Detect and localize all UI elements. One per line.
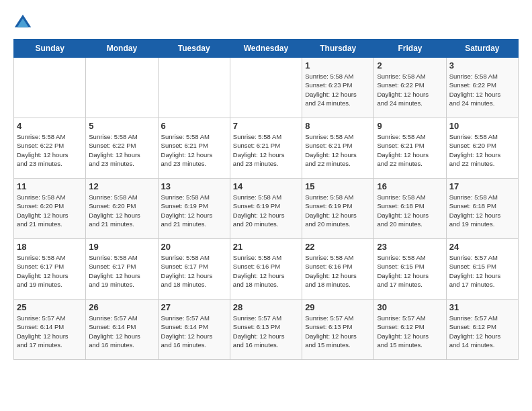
day-number: 10 [449, 121, 515, 131]
day-info: Sunrise: 5:58 AMSunset: 6:20 PMDaylight:… [449, 132, 515, 168]
calendar-cell: 2Sunrise: 5:58 AMSunset: 6:22 PMDaylight… [374, 58, 446, 118]
day-number: 2 [377, 60, 443, 71]
day-number: 31 [449, 302, 515, 312]
day-info: Sunrise: 5:58 AMSunset: 6:20 PMDaylight:… [17, 193, 83, 228]
day-number: 11 [17, 181, 83, 191]
day-info: Sunrise: 5:58 AMSunset: 6:19 PMDaylight:… [161, 193, 227, 228]
day-info: Sunrise: 5:58 AMSunset: 6:16 PMDaylight:… [305, 253, 371, 289]
weekday-header-row: SundayMondayTuesdayWednesdayThursdayFrid… [14, 40, 519, 58]
weekday-header-monday: Monday [86, 40, 158, 58]
calendar-cell: 28Sunrise: 5:57 AMSunset: 6:13 PMDayligh… [230, 300, 302, 360]
day-info: Sunrise: 5:58 AMSunset: 6:22 PMDaylight:… [17, 132, 83, 168]
calendar-cell: 31Sunrise: 5:57 AMSunset: 6:12 PMDayligh… [446, 300, 518, 360]
day-info: Sunrise: 5:58 AMSunset: 6:22 PMDaylight:… [377, 72, 443, 107]
day-info: Sunrise: 5:57 AMSunset: 6:14 PMDaylight:… [17, 314, 83, 349]
calendar-cell: 25Sunrise: 5:57 AMSunset: 6:14 PMDayligh… [14, 300, 86, 360]
calendar-cell [230, 58, 302, 118]
calendar-cell: 7Sunrise: 5:58 AMSunset: 6:21 PMDaylight… [230, 118, 302, 179]
day-number: 4 [17, 121, 83, 131]
week-row-4: 18Sunrise: 5:58 AMSunset: 6:17 PMDayligh… [14, 239, 519, 300]
calendar-table: SundayMondayTuesdayWednesdayThursdayFrid… [13, 39, 519, 360]
day-number: 7 [233, 121, 299, 131]
day-number: 19 [89, 242, 154, 252]
day-number: 29 [305, 302, 371, 312]
calendar-cell: 9Sunrise: 5:58 AMSunset: 6:21 PMDaylight… [374, 118, 446, 179]
calendar-cell [14, 58, 86, 118]
day-number: 1 [305, 60, 371, 71]
calendar-cell: 27Sunrise: 5:57 AMSunset: 6:14 PMDayligh… [158, 300, 230, 360]
day-number: 14 [233, 181, 299, 191]
day-number: 12 [89, 181, 154, 191]
calendar-cell: 5Sunrise: 5:58 AMSunset: 6:22 PMDaylight… [86, 118, 158, 179]
day-info: Sunrise: 5:58 AMSunset: 6:20 PMDaylight:… [89, 193, 154, 228]
calendar-cell: 11Sunrise: 5:58 AMSunset: 6:20 PMDayligh… [14, 179, 86, 239]
calendar-cell: 22Sunrise: 5:58 AMSunset: 6:16 PMDayligh… [302, 239, 374, 300]
day-number: 18 [17, 242, 83, 252]
day-number: 22 [305, 242, 371, 252]
weekday-header-tuesday: Tuesday [158, 40, 230, 58]
day-number: 6 [161, 121, 227, 131]
calendar-cell: 15Sunrise: 5:58 AMSunset: 6:19 PMDayligh… [302, 179, 374, 239]
week-row-1: 1Sunrise: 5:58 AMSunset: 6:23 PMDaylight… [14, 58, 519, 118]
day-number: 27 [161, 302, 227, 312]
weekday-header-friday: Friday [374, 40, 446, 58]
day-number: 5 [89, 121, 154, 131]
calendar-cell: 1Sunrise: 5:58 AMSunset: 6:23 PMDaylight… [302, 58, 374, 118]
day-info: Sunrise: 5:57 AMSunset: 6:12 PMDaylight:… [377, 314, 443, 349]
day-number: 20 [161, 242, 227, 252]
week-row-3: 11Sunrise: 5:58 AMSunset: 6:20 PMDayligh… [14, 179, 519, 239]
day-number: 23 [377, 242, 443, 252]
day-info: Sunrise: 5:58 AMSunset: 6:22 PMDaylight:… [449, 72, 515, 107]
day-number: 16 [377, 181, 443, 191]
day-info: Sunrise: 5:57 AMSunset: 6:15 PMDaylight:… [449, 253, 515, 289]
week-row-5: 25Sunrise: 5:57 AMSunset: 6:14 PMDayligh… [14, 300, 519, 360]
day-number: 9 [377, 121, 443, 131]
day-number: 13 [161, 181, 227, 191]
calendar-cell: 24Sunrise: 5:57 AMSunset: 6:15 PMDayligh… [446, 239, 518, 300]
day-info: Sunrise: 5:58 AMSunset: 6:16 PMDaylight:… [233, 253, 299, 289]
calendar-cell: 26Sunrise: 5:57 AMSunset: 6:14 PMDayligh… [86, 300, 158, 360]
day-info: Sunrise: 5:58 AMSunset: 6:21 PMDaylight:… [305, 132, 371, 168]
calendar-cell: 23Sunrise: 5:58 AMSunset: 6:15 PMDayligh… [374, 239, 446, 300]
week-row-2: 4Sunrise: 5:58 AMSunset: 6:22 PMDaylight… [14, 118, 519, 179]
calendar-cell: 4Sunrise: 5:58 AMSunset: 6:22 PMDaylight… [14, 118, 86, 179]
day-number: 24 [449, 242, 515, 252]
calendar-cell: 16Sunrise: 5:58 AMSunset: 6:18 PMDayligh… [374, 179, 446, 239]
calendar-cell: 12Sunrise: 5:58 AMSunset: 6:20 PMDayligh… [86, 179, 158, 239]
weekday-header-wednesday: Wednesday [230, 40, 302, 58]
day-number: 3 [449, 60, 515, 71]
day-number: 28 [233, 302, 299, 312]
day-number: 25 [17, 302, 83, 312]
day-info: Sunrise: 5:57 AMSunset: 6:14 PMDaylight:… [89, 314, 154, 349]
weekday-header-sunday: Sunday [14, 40, 86, 58]
weekday-header-saturday: Saturday [446, 40, 518, 58]
weekday-header-thursday: Thursday [302, 40, 374, 58]
day-info: Sunrise: 5:58 AMSunset: 6:15 PMDaylight:… [377, 253, 443, 289]
day-info: Sunrise: 5:57 AMSunset: 6:12 PMDaylight:… [449, 314, 515, 349]
calendar-cell: 17Sunrise: 5:58 AMSunset: 6:18 PMDayligh… [446, 179, 518, 239]
day-number: 15 [305, 181, 371, 191]
day-info: Sunrise: 5:58 AMSunset: 6:19 PMDaylight:… [305, 193, 371, 228]
page-header [13, 13, 519, 32]
day-info: Sunrise: 5:57 AMSunset: 6:14 PMDaylight:… [161, 314, 227, 349]
calendar-cell: 19Sunrise: 5:58 AMSunset: 6:17 PMDayligh… [86, 239, 158, 300]
calendar-cell: 20Sunrise: 5:58 AMSunset: 6:17 PMDayligh… [158, 239, 230, 300]
day-number: 21 [233, 242, 299, 252]
calendar-cell: 14Sunrise: 5:58 AMSunset: 6:19 PMDayligh… [230, 179, 302, 239]
day-info: Sunrise: 5:58 AMSunset: 6:17 PMDaylight:… [89, 253, 154, 289]
day-info: Sunrise: 5:58 AMSunset: 6:21 PMDaylight:… [161, 132, 227, 168]
calendar-cell [158, 58, 230, 118]
day-info: Sunrise: 5:58 AMSunset: 6:19 PMDaylight:… [233, 193, 299, 228]
calendar-cell: 10Sunrise: 5:58 AMSunset: 6:20 PMDayligh… [446, 118, 518, 179]
day-number: 26 [89, 302, 154, 312]
day-info: Sunrise: 5:57 AMSunset: 6:13 PMDaylight:… [305, 314, 371, 349]
day-number: 30 [377, 302, 443, 312]
day-number: 8 [305, 121, 371, 131]
calendar-cell: 6Sunrise: 5:58 AMSunset: 6:21 PMDaylight… [158, 118, 230, 179]
calendar-cell: 30Sunrise: 5:57 AMSunset: 6:12 PMDayligh… [374, 300, 446, 360]
calendar-cell: 8Sunrise: 5:58 AMSunset: 6:21 PMDaylight… [302, 118, 374, 179]
calendar-cell: 21Sunrise: 5:58 AMSunset: 6:16 PMDayligh… [230, 239, 302, 300]
day-info: Sunrise: 5:58 AMSunset: 6:17 PMDaylight:… [17, 253, 83, 289]
calendar-cell: 18Sunrise: 5:58 AMSunset: 6:17 PMDayligh… [14, 239, 86, 300]
day-info: Sunrise: 5:58 AMSunset: 6:18 PMDaylight:… [449, 193, 515, 228]
